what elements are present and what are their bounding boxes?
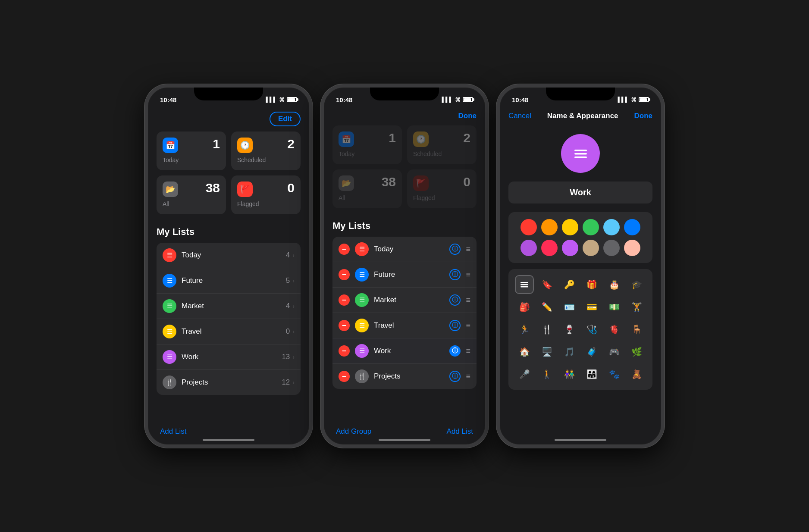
icon-bear[interactable]: 🧸 — [627, 365, 646, 384]
info-work[interactable]: ⓘ — [449, 345, 461, 357]
done-button-3[interactable]: Done — [634, 112, 652, 120]
home-indicator-2 — [379, 439, 430, 441]
icon-chair[interactable]: 🪑 — [627, 320, 646, 339]
icon-suitcase[interactable]: 🧳 — [582, 342, 601, 361]
delete-projects[interactable]: − — [339, 371, 350, 382]
delete-travel[interactable]: − — [339, 320, 350, 331]
color-yellow[interactable] — [562, 219, 578, 235]
list-item-future[interactable]: ☰ Future 5 › — [157, 268, 301, 294]
list-item-work[interactable]: ☰ Work 13 › — [157, 344, 301, 370]
delete-market[interactable]: − — [339, 294, 350, 306]
time-1: 10:48 — [160, 96, 176, 103]
info-today[interactable]: ⓘ — [449, 244, 461, 255]
icon-stethoscope[interactable]: 🩺 — [582, 320, 601, 339]
add-list-button[interactable]: Add List — [160, 427, 186, 436]
icon-bag[interactable]: 🎒 — [515, 297, 534, 316]
icon-money[interactable]: 💵 — [605, 297, 624, 316]
icon-graduation[interactable]: 🎓 — [627, 275, 646, 294]
color-orange[interactable] — [541, 219, 558, 235]
list-icon-work: ☰ — [163, 350, 176, 364]
list-name-future: Future — [182, 276, 281, 285]
category-scheduled[interactable]: 🕐 2 Scheduled — [231, 131, 301, 170]
categories-grid-2: 📅 1 Today 🕐 2 Scheduled 📂 38 All — [332, 125, 477, 208]
icon-house[interactable]: 🏠 — [515, 342, 534, 361]
color-purple[interactable] — [521, 240, 537, 256]
color-green[interactable] — [583, 219, 599, 235]
icon-wine[interactable]: 🍷 — [560, 320, 579, 339]
icon-walking[interactable]: 🚶 — [537, 365, 556, 384]
icon-gamepad[interactable]: 🎮 — [605, 342, 624, 361]
icon-barbell[interactable]: 🏋️ — [627, 297, 646, 316]
icon-creditcard[interactable]: 💳 — [582, 297, 601, 316]
color-pink[interactable] — [541, 240, 558, 256]
icon-monitor[interactable]: 🖥️ — [537, 342, 556, 361]
edit-list-travel[interactable]: − ☰ Travel ⓘ ≡ — [332, 313, 477, 338]
icon-key[interactable]: 🔑 — [560, 275, 579, 294]
info-market[interactable]: ⓘ — [449, 294, 461, 306]
info-future[interactable]: ⓘ — [449, 269, 461, 280]
drag-today[interactable]: ≡ — [466, 245, 470, 254]
drag-work[interactable]: ≡ — [466, 347, 470, 356]
category-flagged[interactable]: 🚩 0 Flagged — [231, 175, 301, 214]
icon-leaf[interactable]: 🌿 — [627, 342, 646, 361]
color-gray[interactable] — [603, 240, 620, 256]
all-count: 38 — [206, 182, 220, 194]
color-blue[interactable] — [624, 219, 640, 235]
list-item-projects[interactable]: 🍴 Projects 12 › — [157, 370, 301, 395]
add-group-button[interactable]: Add Group — [336, 427, 371, 436]
edit-list-future[interactable]: − ☰ Future ⓘ ≡ — [332, 262, 477, 288]
icon-row-3: 🏃 🍴 🍷 🩺 🫀 🪑 — [514, 320, 646, 339]
cancel-button[interactable]: Cancel — [508, 112, 531, 120]
icon-running[interactable]: 🏃 — [515, 320, 534, 339]
add-list-button-2[interactable]: Add List — [447, 427, 473, 436]
drag-future[interactable]: ≡ — [466, 270, 470, 279]
drag-travel[interactable]: ≡ — [466, 321, 470, 330]
color-red[interactable] — [521, 219, 537, 235]
list-name-input[interactable] — [508, 182, 652, 203]
color-peach[interactable] — [624, 240, 640, 256]
icon-family[interactable]: 👨‍👩‍👧 — [582, 365, 601, 384]
edit-button[interactable]: Edit — [270, 112, 301, 126]
category-all[interactable]: 📂 38 All — [157, 175, 226, 214]
icon-couple[interactable]: 👫 — [560, 365, 579, 384]
edit-list-today[interactable]: − ☰ Today ⓘ ≡ — [332, 237, 477, 262]
icon-music[interactable]: 🎵 — [560, 342, 579, 361]
icon-heartbeat[interactable]: 🫀 — [605, 320, 624, 339]
list-item-travel[interactable]: ☰ Travel 0 › — [157, 319, 301, 344]
icon-bookmark[interactable]: 🔖 — [537, 275, 556, 294]
info-projects[interactable]: ⓘ — [449, 371, 461, 382]
done-button-2[interactable]: Done — [458, 112, 477, 120]
icon-idcard[interactable]: 🪪 — [560, 297, 579, 316]
lists-container-1: ☰ Today 4 › ☰ Future 5 › ☰ Market 4 — [157, 243, 301, 395]
category-today[interactable]: 📅 1 Today — [157, 131, 226, 170]
edit-list-projects[interactable]: − 🍴 Projects ⓘ ≡ — [332, 364, 477, 389]
list-icon-edit-future: ☰ — [355, 268, 369, 282]
icon-fork[interactable]: 🍴 — [537, 320, 556, 339]
drag-market[interactable]: ≡ — [466, 296, 470, 305]
bottom-bar-2: Add Group Add List — [324, 422, 485, 444]
list-item-market[interactable]: ☰ Market 4 › — [157, 294, 301, 319]
list-lines-icon — [571, 144, 590, 163]
color-tan[interactable] — [583, 240, 599, 256]
edit-list-work[interactable]: − ☰ Work ⓘ ≡ — [332, 338, 477, 364]
edit-list-market[interactable]: − ☰ Market ⓘ ≡ — [332, 288, 477, 313]
time-3: 10:48 — [512, 96, 528, 103]
category-today-2: 📅 1 Today — [332, 125, 402, 164]
color-lightblue[interactable] — [603, 219, 620, 235]
delete-today[interactable]: − — [339, 244, 350, 255]
list-item-today[interactable]: ☰ Today 4 › — [157, 243, 301, 268]
color-magenta[interactable] — [562, 240, 578, 256]
drag-projects[interactable]: ≡ — [466, 372, 470, 381]
icon-cake[interactable]: 🎂 — [605, 275, 624, 294]
icon-list[interactable] — [515, 275, 534, 294]
icon-pencils[interactable]: ✏️ — [537, 297, 556, 316]
info-travel[interactable]: ⓘ — [449, 320, 461, 331]
large-list-icon[interactable] — [561, 134, 600, 173]
icon-paw[interactable]: 🐾 — [605, 365, 624, 384]
icon-mic[interactable]: 🎤 — [515, 365, 534, 384]
status-icons-3: ▌▌▌ ⌘ — [618, 97, 649, 103]
list-name-projects: Projects — [182, 378, 276, 387]
delete-work[interactable]: − — [339, 345, 350, 357]
delete-future[interactable]: − — [339, 269, 350, 280]
icon-gift[interactable]: 🎁 — [582, 275, 601, 294]
